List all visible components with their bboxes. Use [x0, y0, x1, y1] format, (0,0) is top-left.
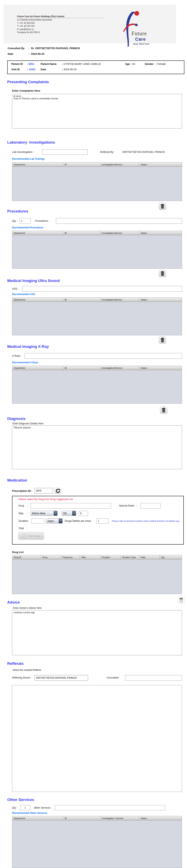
delete-xray-selection-button[interactable] [160, 406, 167, 414]
table-header-row: Drug IDDrugFequencyWayDurationDuration T… [12, 555, 182, 559]
trash-recycle-icon [160, 271, 165, 276]
table-header-cell: Department [12, 162, 63, 166]
special-notes-input[interactable] [140, 503, 160, 508]
table-body [12, 235, 182, 269]
trash-icon [179, 597, 183, 602]
procedures-input[interactable] [56, 218, 182, 224]
way-label: Way [18, 512, 24, 515]
patient-id-label: Patient ID [11, 63, 26, 65]
advice-label: Enter Doctor's Advice Here [13, 607, 42, 610]
consultant-input[interactable] [125, 675, 182, 681]
section-title-diagnosis: Diagnosis [7, 416, 26, 421]
section-title-other-services: Other Services [7, 798, 34, 802]
duration-input[interactable] [32, 518, 44, 524]
other-services-qty-label: Qty : [12, 806, 17, 809]
recommended-xrays-link[interactable]: Recommended X-Rays [12, 361, 38, 364]
table-header-row: DepartmentIDInvestigation/ServiceStatus [12, 231, 182, 235]
visit-id-value: 13091 [29, 68, 36, 71]
table-header-cell: Department [12, 231, 63, 235]
trash-recycle-icon [160, 338, 165, 342]
decimal-fraction-note: Please add as decimal numbers when addin… [112, 520, 182, 522]
way-qty-input[interactable] [79, 511, 88, 516]
colon: : [27, 504, 28, 507]
uss-input[interactable] [22, 286, 182, 291]
procedures-qty-input[interactable] [20, 218, 31, 224]
colon: : [27, 527, 28, 530]
referral-select-label: Select the needed Refferal [12, 669, 41, 672]
delete-lab-selection-button[interactable] [159, 203, 166, 210]
procedures-table: DepartmentIDInvestigation/ServiceStatus [12, 231, 182, 269]
uss-label: USS : [12, 287, 19, 290]
diagnosis-label: Enter Diagnosis Details Here [12, 422, 43, 425]
other-services-label: Other Services : [34, 806, 52, 809]
logo-f-icon [123, 10, 145, 48]
colon: : [61, 68, 64, 71]
visit-date-label: Date [41, 68, 61, 71]
table-header-cell: Way [80, 555, 100, 559]
way-row: Way : Before Meal ▼ OD ▼ [12, 511, 183, 516]
refresh-icon [55, 488, 60, 493]
table-header-cell: Status [139, 231, 182, 235]
duration-type-select[interactable]: Day/s ▼ [46, 518, 63, 523]
delete-uss-selection-button[interactable] [159, 336, 166, 344]
company-info-line: T: +24 84 225 252 [17, 25, 104, 28]
consulted-by-row: Consulted By : Dr. ORITSETSETOS RAPHAEL … [8, 47, 80, 50]
table-header-cell: Note [139, 555, 160, 559]
delete-advice-button[interactable] [178, 596, 185, 604]
referred-by-label: Reffered By : [100, 151, 115, 153]
delete-procedure-selection-button[interactable] [159, 270, 166, 277]
prescription-id-label: Prescription ID : [12, 489, 32, 492]
referral-list-box[interactable] [12, 685, 182, 792]
visit-id-label: Visit ID [11, 68, 26, 71]
diagnosis-textarea[interactable]: ?Muscle spasms [12, 425, 182, 469]
colon: : [29, 47, 29, 50]
brand-logo: Future Care ♥ Body Mind Soul [123, 10, 161, 49]
section-title-laboratory-investigations: Laboratory Investigations [7, 140, 55, 145]
date-value: 2024-05-24 [31, 52, 44, 55]
table-body [12, 370, 182, 404]
table-header-cell: Investigation / Service [100, 816, 139, 820]
other-services-input[interactable] [55, 805, 165, 810]
advice-textarea[interactable]: continue current mgt [12, 610, 182, 655]
table-header-cell: ID [63, 162, 100, 166]
xrays-input[interactable] [25, 353, 182, 359]
colon: : [61, 63, 64, 65]
table-header-cell: Duration [100, 555, 121, 559]
logo-word-future: Future [132, 30, 147, 37]
complaints-textarea[interactable]: pt seen Xray of Thoracic spine is essent… [12, 94, 182, 128]
section-title-ultrasound: Medical Imaging Ultra Sound [7, 279, 60, 283]
table-body [12, 820, 182, 868]
table-header-cell: Department [12, 366, 63, 370]
table-header-row: DepartmentIDInvestigation/ServiceStatus [12, 298, 182, 302]
company-address-lines: Le Chainter,Victoria,Mahe,SeychellesT: +… [17, 18, 104, 34]
heart-icon: ♥ [139, 38, 141, 41]
prescription-id-input[interactable] [35, 488, 53, 494]
frequency-select[interactable]: OD ▼ [62, 511, 76, 516]
duration-row: Duration : Day/s ▼ Drugs/Tablets per mea… [12, 518, 183, 524]
recommended-uss-link[interactable]: Recommended USS [12, 293, 35, 296]
consulted-by-value: Dr. ORITSETSETOS RAPHAEL PINNICK [31, 47, 80, 50]
recommended-lab-testings-link[interactable]: Recommended Lab Testings [12, 157, 45, 160]
patient-info-box: Patient ID : 6852 Patient Name : CYNTHIA… [7, 60, 184, 74]
recommended-other-services-link[interactable]: Recommended Other Services [12, 812, 47, 814]
table-body [12, 559, 182, 594]
company-info-line: Le Chainter,Victoria,Mahe,Seychelles [17, 18, 104, 21]
xrays-label: X-Rays : [12, 354, 22, 357]
per-meal-input[interactable] [97, 518, 109, 524]
date-label: Date [8, 52, 29, 55]
colon: : [29, 52, 29, 55]
colon: : [137, 504, 137, 507]
section-title-procedures: Procedures [7, 209, 28, 214]
table-header-cell: Status [139, 816, 182, 820]
section-title-referrals: Refferals [7, 661, 24, 666]
recommended-procedures-link[interactable]: Recommended Procedures [12, 226, 43, 229]
colon: : [130, 63, 132, 65]
lab-investigation-input[interactable] [42, 149, 88, 155]
referring-doctor-input[interactable] [35, 675, 88, 681]
way-meal-select[interactable]: Before Meal ▼ [31, 511, 58, 516]
other-services-qty-input[interactable] [20, 805, 30, 810]
refresh-prescription-button[interactable] [55, 488, 61, 494]
drug-input[interactable] [31, 503, 111, 508]
chevron-down-icon: ▼ [59, 519, 62, 523]
add-drug-button[interactable]: + Add Drug [18, 532, 44, 540]
